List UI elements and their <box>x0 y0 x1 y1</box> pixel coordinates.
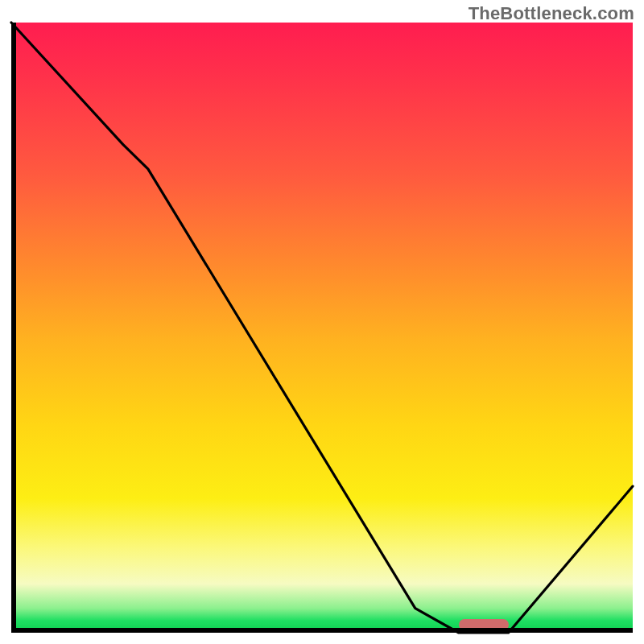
bottleneck-curve <box>11 23 633 633</box>
plot-area <box>11 23 633 633</box>
chart-container: TheBottleneck.com <box>0 0 644 644</box>
optimal-range-marker <box>459 619 509 630</box>
watermark-label: TheBottleneck.com <box>469 3 634 24</box>
